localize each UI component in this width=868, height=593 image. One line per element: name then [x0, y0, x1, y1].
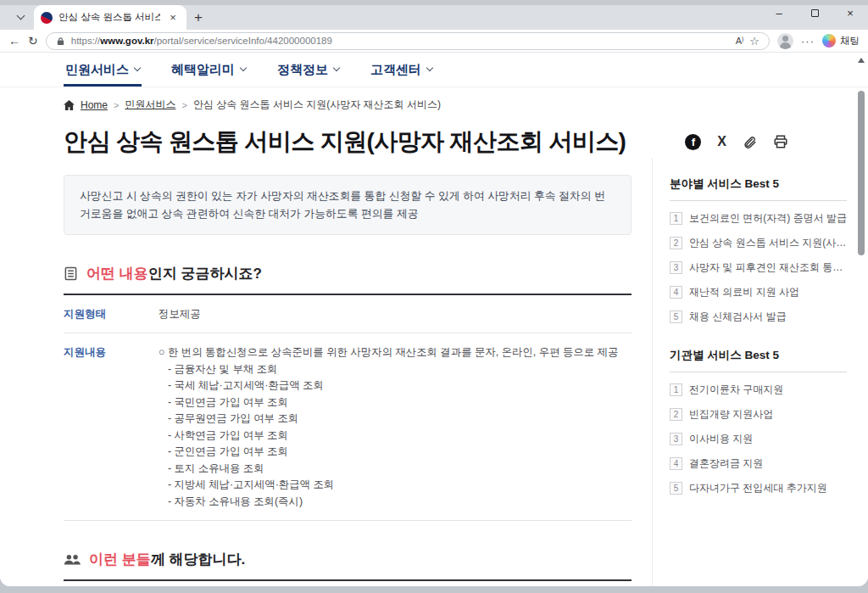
rank-badge: 3	[670, 433, 682, 445]
main-column: 사망신고 시 상속의 권한이 있는 자가 사망자의 재산조회를 통합 신청할 수…	[64, 158, 632, 586]
info-row: 지원형태 정보제공	[64, 295, 632, 333]
sidebar-item[interactable]: 1 전기이륜차 구매지원	[670, 383, 847, 397]
section-heading: 이런 분들께 해당합니다.	[64, 550, 632, 569]
sidebar-item[interactable]: 1 보건의료인 면허(자격) 증명서 발급	[670, 211, 847, 226]
row-value: 정보제공	[159, 306, 632, 322]
sidebar-box-agency-best: 기관별 서비스 Best 5 1 전기이륜차 구매지원 2 빈집개량 지원사업 …	[670, 348, 847, 495]
lock-icon	[56, 36, 65, 46]
sidebar-box-title: 분야별 서비스 Best 5	[670, 176, 847, 201]
section-title-rest: 인지 궁금하시죠?	[148, 266, 262, 282]
webpage: 민원서비스 혜택알리미 정책정보 고객센터 Home > 민원서비스	[0, 53, 868, 586]
nav-item-minwon[interactable]: 민원서비스	[64, 63, 142, 87]
page-title: 안심 상속 원스톱 서비스 지원(사망자 재산조회 서비스)	[64, 126, 626, 158]
sidebar-item[interactable]: 3 사망자 및 피후견인 재산조회 통…	[670, 260, 847, 275]
profile-avatar[interactable]	[777, 33, 793, 49]
new-tab-button[interactable]: +	[194, 10, 203, 25]
sidebar-item-label: 채용 신체검사서 발급	[689, 310, 787, 324]
copy-link-icon[interactable]	[743, 135, 757, 149]
row-value: ○ 한 번의 통합신청으로 상속준비를 위한 사망자의 재산조회 결과를 문자,…	[159, 344, 632, 510]
info-row: 지원대상 ○ 신청 자격 - 방문신청 · 상속인 : 제1순위 상속인(직계비…	[64, 581, 632, 586]
section-title-accent: 어떤 내용	[86, 266, 148, 282]
sidebar-item[interactable]: 2 안심 상속 원스톱 서비스 지원(사…	[670, 236, 847, 250]
govkr-favicon-icon	[41, 12, 53, 24]
section-content: 어떤 내용인지 궁금하시죠? 지원형태 정보제공 지원내용	[64, 264, 632, 521]
sidebar-item[interactable]: 4 결혼장려금 지원	[670, 456, 847, 471]
chevron-down-icon	[333, 64, 340, 71]
sidebar-item-label: 빈집개량 지원사업	[689, 407, 773, 422]
maximize-icon	[811, 9, 819, 17]
row-line: - 금융자산 및 부채 조회	[159, 361, 632, 378]
sidebar-box-category-best: 분야별 서비스 Best 5 1 보건의료인 면허(자격) 증명서 발급 2 안…	[670, 176, 847, 324]
url-scheme: https://	[71, 36, 101, 46]
sidebar-item[interactable]: 3 이사비용 지원	[670, 432, 847, 446]
row-line: - 자동차 소유내용 조회(즉시)	[159, 494, 632, 510]
service-summary: 사망신고 시 상속의 권한이 있는 자가 사망자의 재산조회를 통합 신청할 수…	[64, 175, 632, 235]
read-aloud-icon[interactable]: A	[736, 36, 744, 46]
columns: 사망신고 시 상속의 권한이 있는 자가 사망자의 재산조회를 통합 신청할 수…	[64, 158, 814, 586]
tab-close-icon[interactable]: ×	[166, 11, 180, 24]
rank-badge: 4	[670, 457, 682, 470]
scrollbar-thumb[interactable]	[858, 91, 865, 255]
breadcrumb-home[interactable]: Home	[81, 99, 108, 111]
refresh-button[interactable]: ↻	[28, 35, 38, 47]
title-row: 안심 상속 원스톱 서비스 지원(사망자 재산조회 서비스) f X	[64, 126, 814, 158]
breadcrumb-separator: >	[181, 100, 186, 110]
facebook-share-icon[interactable]: f	[685, 134, 701, 150]
tab-search-button[interactable]	[8, 7, 32, 27]
section-title-rest: 께 해당합니다.	[151, 551, 245, 568]
sidebar-item-label: 결혼장려금 지원	[689, 456, 763, 471]
sidebar-item[interactable]: 5 채용 신체검사서 발급	[670, 310, 847, 324]
nav-item-benefit[interactable]: 혜택알리미	[170, 63, 248, 87]
url-text: https://www.gov.kr/portal/service/servic…	[71, 36, 332, 46]
row-line: - 토지 소유내용 조회	[159, 461, 632, 477]
close-window-button[interactable]: ×	[832, 0, 868, 25]
section-heading: 어떤 내용인지 궁금하시죠?	[64, 264, 632, 283]
share-icons: f X	[685, 134, 788, 150]
maximize-button[interactable]	[797, 0, 832, 25]
url-path: /portal/service/serviceInfo/442000000189	[154, 36, 332, 46]
sidebar-item-label: 재난적 의료비 지원 사업	[689, 285, 799, 299]
sidebar-item-label: 이사비용 지원	[689, 432, 753, 446]
sidebar-item[interactable]: 5 다자녀가구 전입세대 추가지원	[670, 481, 847, 495]
copilot-chat-button[interactable]: 채팅	[822, 34, 860, 48]
chevron-down-icon	[240, 64, 247, 71]
address-bar[interactable]: https://www.gov.kr/portal/service/servic…	[46, 32, 770, 50]
rank-badge: 2	[670, 408, 682, 421]
tab-title: 안심 상속 원스톱 서비스 지원(사망자 재산조회 서비스)	[58, 11, 160, 24]
print-icon[interactable]	[773, 134, 788, 149]
scroll-up-icon[interactable]	[858, 58, 865, 63]
sidebar-item-label: 안심 상속 원스톱 서비스 지원(사…	[689, 236, 846, 250]
browser-toolbar: ← ↻ https://www.gov.kr/portal/service/se…	[0, 30, 868, 53]
copilot-label: 채팅	[840, 35, 860, 48]
row-label: 지원형태	[64, 306, 159, 322]
sidebar-item[interactable]: 2 빈집개량 지원사업	[670, 407, 847, 422]
page-scrollbar	[856, 54, 865, 581]
sidebar-item[interactable]: 4 재난적 의료비 지원 사업	[670, 285, 847, 299]
breadcrumb-section[interactable]: 민원서비스	[125, 98, 175, 112]
home-icon	[64, 100, 75, 110]
nav-item-customer[interactable]: 고객센터	[369, 63, 434, 87]
row-line: - 공무원연금 가입 여부 조회	[159, 411, 632, 427]
rank-badge: 1	[670, 212, 682, 225]
row-line: 정보제공	[159, 306, 632, 322]
browser-menu-icon[interactable]: ···	[801, 35, 815, 48]
browser-tab[interactable]: 안심 상속 원스톱 서비스 지원(사망자 재산조회 서비스) ×	[34, 5, 186, 30]
url-domain: www.gov.kr	[100, 36, 153, 46]
favorite-star-icon[interactable]: ☆	[749, 35, 760, 48]
breadcrumb-separator: >	[114, 100, 119, 110]
sidebar-item-label: 사망자 및 피후견인 재산조회 통…	[689, 260, 843, 275]
chevron-down-icon	[16, 12, 25, 20]
page-content: Home > 민원서비스 > 안심 상속 원스톱 서비스 지원(사망자 재산조회…	[0, 98, 868, 586]
back-button[interactable]: ←	[8, 35, 20, 47]
browser-window: 안심 상속 원스톱 서비스 지원(사망자 재산조회 서비스) × + – × ←…	[0, 0, 868, 586]
row-label: 지원내용	[64, 344, 159, 510]
nav-label: 혜택알리미	[171, 62, 235, 78]
minimize-button[interactable]: –	[761, 0, 797, 25]
row-line: - 지방세 체납·고지세액·환급액 조회	[159, 477, 632, 493]
sidebar-item-label: 보건의료인 면허(자격) 증명서 발급	[689, 211, 847, 226]
sidebar-item-label: 다자녀가구 전입세대 추가지원	[689, 481, 827, 495]
row-line: ○ 한 번의 통합신청으로 상속준비를 위한 사망자의 재산조회 결과를 문자,…	[159, 344, 632, 361]
row-line: - 군인연금 가입 여부 조회	[159, 444, 632, 460]
x-share-icon[interactable]: X	[717, 134, 726, 149]
nav-item-policy[interactable]: 정책정보	[275, 63, 341, 87]
